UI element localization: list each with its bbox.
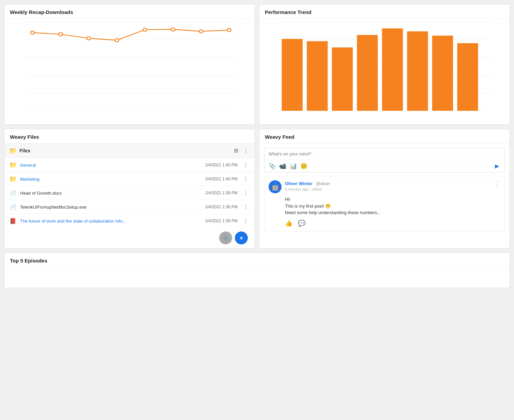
feed-post-line1: Hi! <box>285 196 500 203</box>
feed-user-info: Oliver Winter @oliver 6 minutes ago · ed… <box>285 180 494 191</box>
feed-user-line: Oliver Winter @oliver <box>285 180 494 186</box>
folder-icon: 📁 <box>9 147 17 154</box>
performance-trend-panel: Performance Trend 19000 4000 <box>259 4 510 125</box>
feed-handle: @oliver <box>316 181 330 186</box>
file-icon-exe: 📄 <box>9 203 17 211</box>
weekly-recap-title: Weekly Recap-Downloads <box>4 4 255 19</box>
files-list: 📁 General 2/4/2021 1:40 PM ⋮ 📁 Marketing… <box>4 158 255 228</box>
feed-input-toolbar: 📎 📹 📊 🙂 ► <box>264 160 504 172</box>
feed-post-line3: Need some help understanding these numbe… <box>285 209 500 216</box>
file-icon-general: 📁 <box>9 161 17 169</box>
feed-username: Oliver Winter <box>285 181 313 186</box>
feed-post: 🤖 Oliver Winter @oliver 6 minutes ago · … <box>264 176 505 231</box>
feed-input[interactable] <box>264 148 504 160</box>
file-date-docx: 2/4/2021 1:39 PM <box>205 191 238 195</box>
file-icon-pdf: 📕 <box>9 217 17 225</box>
file-date-exe: 2/4/2021 1:36 PM <box>205 205 238 209</box>
file-row: 📁 Marketing 2/4/2021 1:40 PM ⋮ <box>4 172 255 186</box>
svg-rect-36 <box>382 28 403 111</box>
file-row: 📄 Head of Growth.docx 2/4/2021 1:39 PM ⋮ <box>4 186 255 200</box>
svg-rect-33 <box>307 41 328 111</box>
weekly-recap-svg: 9000 1000 <box>25 22 238 111</box>
svg-rect-37 <box>407 31 428 111</box>
performance-trend-chart: 19000 4000 <box>259 19 510 124</box>
dashboard: Weekly Recap-Downloads 9000 1000 <box>4 4 510 288</box>
files-root-label: Files <box>19 148 30 153</box>
like-button[interactable]: 👍 <box>285 220 292 227</box>
add-fab[interactable]: + <box>235 231 248 244</box>
svg-point-12 <box>143 28 147 31</box>
file-row: 📁 General 2/4/2021 1:40 PM ⋮ <box>4 158 255 172</box>
feed-meta: 6 minutes ago · edited <box>285 187 494 191</box>
comment-button[interactable]: 💬 <box>298 220 305 227</box>
feed-more-button[interactable]: ⋮ <box>494 180 500 188</box>
chart-icon: 📊 <box>290 163 297 170</box>
svg-rect-39 <box>457 43 478 111</box>
weavy-feed-title: Weavy Feed <box>259 129 510 144</box>
files-toolbar-icons: ⊞ ⋮ <box>232 147 250 154</box>
feed-actions: 👍 💬 <box>285 220 500 227</box>
svg-rect-35 <box>357 35 378 111</box>
file-date-pdf: 2/4/2021 1:38 PM <box>205 219 238 223</box>
file-more-docx[interactable]: ⋮ <box>242 190 250 196</box>
svg-point-9 <box>59 33 62 36</box>
svg-point-13 <box>171 28 175 31</box>
weekly-recap-panel: Weekly Recap-Downloads 9000 1000 <box>4 4 255 125</box>
svg-point-8 <box>31 31 34 34</box>
file-row: 📄 TelerikUIForAspNetMvcSetup.exe 2/4/202… <box>4 200 255 214</box>
attach-fab[interactable]: 📎 <box>219 231 232 244</box>
feed-post-line2: This is my first post! 😁 <box>285 203 500 210</box>
feed-input-area: 📎 📹 📊 🙂 ► <box>264 148 505 172</box>
svg-rect-38 <box>432 35 453 111</box>
files-more-btn[interactable]: ⋮ <box>242 147 250 154</box>
file-more-marketing[interactable]: ⋮ <box>242 176 250 182</box>
video-icon: 📹 <box>279 163 286 170</box>
weavy-feed-panel: Weavy Feed 📎 📹 📊 🙂 ► 🤖 Oliver Winter <box>259 129 510 249</box>
feed-send-button[interactable]: ► <box>494 162 500 170</box>
top5-body <box>4 267 510 288</box>
weavy-files-title: Weavy Files <box>4 129 255 144</box>
attach-icon: 📎 <box>269 163 276 170</box>
file-date-marketing: 2/4/2021 1:40 PM <box>205 177 238 181</box>
fab-area: 📎 + <box>4 228 255 248</box>
file-name-docx: Head of Growth.docx <box>20 191 205 196</box>
file-more-pdf[interactable]: ⋮ <box>242 217 250 224</box>
performance-trend-svg: 19000 4000 <box>280 22 493 111</box>
emoji-icon: 🙂 <box>300 163 307 170</box>
svg-rect-32 <box>282 39 303 111</box>
file-name-pdf[interactable]: The future of work and the state of coll… <box>20 219 205 224</box>
weekly-recap-chart: 9000 1000 <box>4 19 255 124</box>
files-grid-btn[interactable]: ⊞ <box>232 147 240 154</box>
files-toolbar-left: 📁 Files <box>9 147 30 154</box>
file-name-marketing[interactable]: Marketing <box>20 177 205 182</box>
svg-rect-34 <box>332 47 353 111</box>
top5-title: Top 5 Episodes <box>4 253 510 267</box>
file-more-exe[interactable]: ⋮ <box>242 204 250 210</box>
performance-trend-title: Performance Trend <box>259 4 510 19</box>
file-more-general[interactable]: ⋮ <box>242 162 250 168</box>
top5-episodes-panel: Top 5 Episodes <box>4 253 510 288</box>
svg-point-10 <box>87 36 91 40</box>
feed-input-icons: 📎 📹 📊 🙂 <box>269 163 307 170</box>
feed-post-header: 🤖 Oliver Winter @oliver 6 minutes ago · … <box>269 180 500 193</box>
weavy-files-panel: Weavy Files 📁 Files ⊞ ⋮ 📁 General 2/4/20… <box>4 129 255 249</box>
svg-point-14 <box>199 30 203 33</box>
file-row: 📕 The future of work and the state of co… <box>4 214 255 228</box>
files-toolbar: 📁 Files ⊞ ⋮ <box>4 144 255 158</box>
file-name-general[interactable]: General <box>20 163 205 168</box>
file-name-exe: TelerikUIForAspNetMvcSetup.exe <box>20 205 205 210</box>
file-icon-marketing: 📁 <box>9 175 17 183</box>
svg-point-15 <box>227 28 231 32</box>
file-icon-docx: 📄 <box>9 189 17 197</box>
feed-post-body: Hi! This is my first post! 😁 Need some h… <box>285 196 500 216</box>
svg-point-11 <box>115 39 119 42</box>
avatar: 🤖 <box>269 180 282 193</box>
file-date-general: 2/4/2021 1:40 PM <box>205 163 238 167</box>
